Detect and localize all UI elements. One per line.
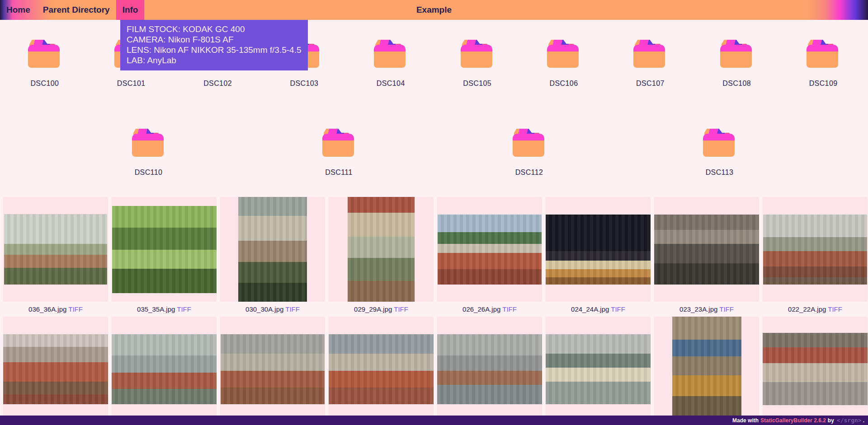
folder-icon [28,40,61,68]
photo-label: 023_23A.jpg TIFF [654,305,759,313]
photo-filename: 035_35A.jpg [137,305,177,313]
folder-item-dsc106[interactable]: DSC106 [522,40,606,88]
footer-builder-link[interactable]: StaticGalleryBuilder 2.6.2 [760,417,826,424]
photo-filename: 030_30A.jpg [245,305,285,313]
tiff-link[interactable]: TIFF [828,305,842,313]
gallery-item [654,317,759,421]
gallery-cell [112,317,217,421]
folder-item-dsc107[interactable]: DSC107 [609,40,692,88]
photo-filename: 024_24A.jpg [571,305,611,313]
photo-thumbnail[interactable] [763,215,867,285]
gallery-item [763,317,868,421]
tiff-link[interactable]: TIFF [68,305,83,313]
gallery-item: 022_22A.jpg TIFF [763,197,868,313]
folder-grid-row-2: DSC110DSC111DSC112DSC113 [0,129,868,177]
folder-icon [720,40,754,68]
gallery-item: 024_24A.jpg TIFF [546,197,651,313]
photo-thumbnail[interactable] [546,215,651,285]
gallery-cell [329,317,434,421]
folder-item-dsc108[interactable]: DSC108 [695,40,778,88]
photo-label: 036_36A.jpg TIFF [3,305,108,313]
photo-thumbnail[interactable] [329,334,434,404]
folder-icon [547,40,580,68]
photo-thumbnail[interactable] [238,197,307,302]
photo-thumbnail[interactable] [437,334,542,404]
folder-icon [132,129,165,157]
folder-icon [703,129,736,157]
folder-label: DSC108 [722,79,751,88]
folder-icon [807,40,840,68]
photo-thumbnail[interactable] [348,197,415,302]
tiff-link[interactable]: TIFF [502,305,517,313]
nav-bar: Home Parent Directory Info Example [0,0,868,20]
folder-label: DSC105 [463,79,491,88]
folder-label: DSC112 [515,168,543,177]
folder-icon [633,40,667,68]
gallery-cell [112,197,217,302]
photo-label: 030_30A.jpg TIFF [220,305,325,313]
tiff-link[interactable]: TIFF [177,305,191,313]
folder-label: DSC104 [377,79,405,88]
photo-thumbnail[interactable] [546,334,651,404]
photo-thumbnail[interactable] [672,317,741,421]
folder-icon [322,129,356,157]
folder-item-dsc109[interactable]: DSC109 [782,40,865,88]
nav-item-info[interactable]: Info [116,0,145,20]
tiff-link[interactable]: TIFF [719,305,734,313]
folder-label: DSC107 [636,79,665,88]
folder-icon [374,40,407,68]
photo-thumbnail[interactable] [112,334,217,404]
folder-icon [513,129,546,157]
footer-srgn-logo[interactable]: </srgn> [837,417,862,424]
photo-filename: 029_29A.jpg [354,305,394,313]
folder-item-dsc100[interactable]: DSC100 [3,40,86,88]
folder-label: DSC103 [290,79,318,88]
footer-made-with: Made with [732,417,759,424]
gallery-cell [763,197,868,302]
gallery-item: 026_26A.jpg TIFF [437,197,542,313]
folder-item-dsc104[interactable]: DSC104 [349,40,433,88]
info-popup-line: FILM STOCK: KODAK GC 400 [127,24,302,34]
photo-thumbnail[interactable] [763,333,868,405]
gallery-item [546,317,651,421]
tiff-link[interactable]: TIFF [611,305,625,313]
gallery-item: 036_36A.jpg TIFF [3,197,108,313]
gallery-item [437,317,542,421]
folder-item-dsc112[interactable]: DSC112 [487,129,571,177]
nav-item-home[interactable]: Home [0,0,37,20]
tiff-link[interactable]: TIFF [394,305,408,313]
photo-thumbnail[interactable] [438,215,542,285]
tiff-link[interactable]: TIFF [285,305,300,313]
photo-filename: 023_23A.jpg [679,305,719,313]
gallery-cell [654,197,759,302]
footer-by: by [828,417,834,424]
folder-label: DSC106 [550,79,578,88]
photo-thumbnail[interactable] [4,214,107,285]
gallery-item [329,317,434,421]
photo-thumbnail[interactable] [3,334,108,404]
photo-filename: 022_22A.jpg [788,305,828,313]
photo-thumbnail[interactable] [654,215,759,285]
folder-item-dsc111[interactable]: DSC111 [297,129,381,177]
photo-label: 035_35A.jpg TIFF [112,305,217,313]
folder-item-dsc110[interactable]: DSC110 [107,129,190,177]
gallery-cell [220,197,325,302]
folder-label: DSC110 [135,168,163,177]
gallery-item: 030_30A.jpg TIFF [220,197,325,313]
gallery-item: 035_35A.jpg TIFF [112,197,217,313]
photo-thumbnail[interactable] [112,206,217,293]
nav-item-parent-directory[interactable]: Parent Directory [37,0,116,20]
gallery-cell [437,317,542,421]
gallery-item: 029_29A.jpg TIFF [329,197,434,313]
gallery-grid-row-2 [0,317,868,421]
folder-label: DSC101 [117,79,146,88]
gallery-cell [654,317,759,421]
folder-item-dsc113[interactable]: DSC113 [678,129,761,177]
info-popup-line: LENS: Nikon AF NIKKOR 35-135mm f/3.5-4.5 [127,45,302,55]
gallery-cell [3,197,108,302]
info-popup: FILM STOCK: KODAK GC 400CAMERA: Nikon F-… [120,20,308,70]
footer: Made with StaticGalleryBuilder 2.6.2 by … [0,416,868,425]
folder-label: DSC100 [30,79,59,88]
photo-thumbnail[interactable] [221,334,325,404]
folder-item-dsc105[interactable]: DSC105 [435,40,519,88]
